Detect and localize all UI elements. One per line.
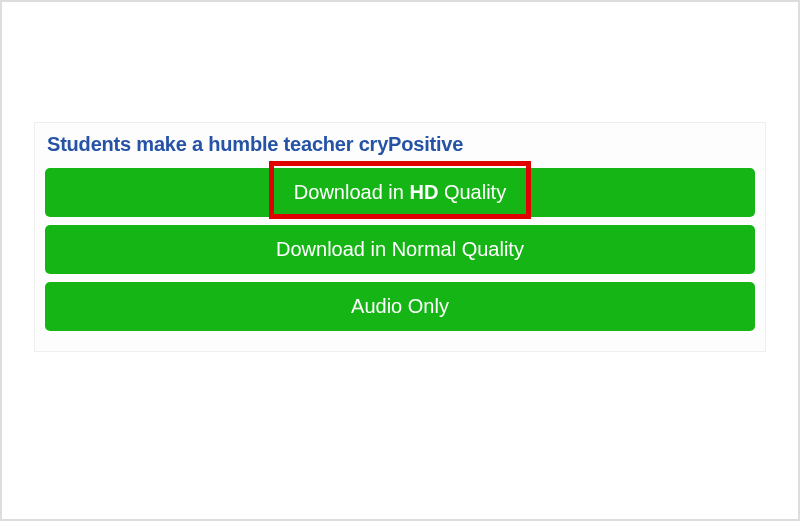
download-hd-suffix: Quality <box>438 181 506 203</box>
download-normal-button[interactable]: Download in Normal Quality <box>45 225 755 274</box>
download-hd-prefix: Download in <box>294 181 410 203</box>
download-panel: Students make a humble teacher cryPositi… <box>34 122 766 352</box>
audio-only-button[interactable]: Audio Only <box>45 282 755 331</box>
button-group: Download in HD Quality Download in Norma… <box>35 168 765 331</box>
download-hd-button[interactable]: Download in HD Quality <box>45 168 755 217</box>
video-title: Students make a humble teacher cryPositi… <box>35 133 765 168</box>
download-hd-bold: HD <box>409 181 438 203</box>
